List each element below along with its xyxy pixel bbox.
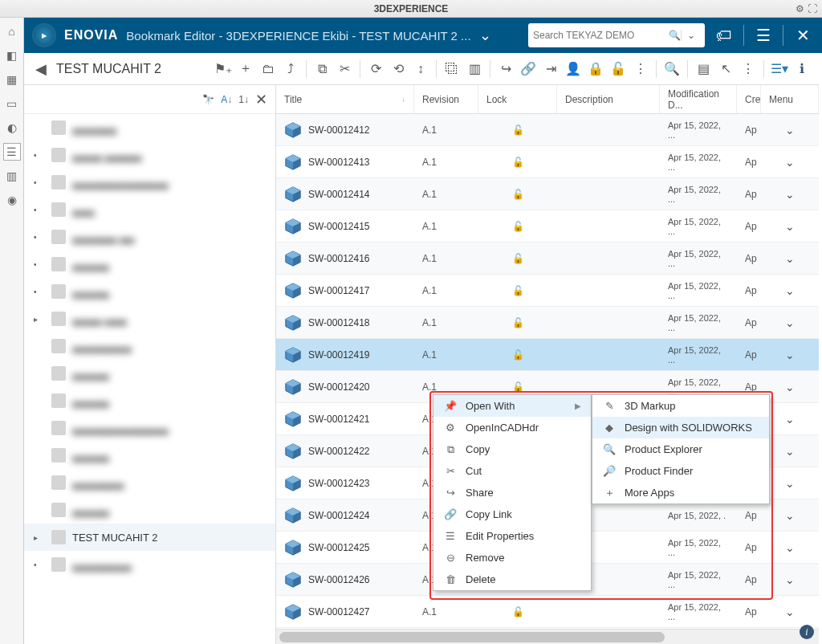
- search-icon[interactable]: 🔍: [669, 30, 681, 41]
- tree-item[interactable]: ▄▄▄▄▄: [24, 442, 275, 469]
- table-row[interactable]: SW-00012414 A.1 🔓 Apr 15, 2022, ... Ap ⌄: [276, 178, 819, 210]
- tree-item[interactable]: ▄▄▄▄▄▄▄: [24, 469, 275, 496]
- row-menu-chevron-icon[interactable]: ⌄: [785, 124, 795, 137]
- sort-icon[interactable]: ↕: [410, 59, 431, 79]
- row-menu-chevron-icon[interactable]: ⌄: [785, 220, 795, 233]
- settings-gear-icon[interactable]: ⚙: [796, 3, 804, 14]
- tree-item[interactable]: • ▄▄▄▄▄▄▄▄▄▄▄▄▄: [24, 169, 275, 196]
- search-dropdown-icon[interactable]: ⌄: [681, 30, 700, 41]
- row-menu-chevron-icon[interactable]: ⌄: [785, 348, 795, 361]
- binoculars-icon[interactable]: 🔭: [202, 94, 214, 105]
- back-icon[interactable]: ◀: [31, 59, 51, 79]
- row-menu-chevron-icon[interactable]: ⌄: [785, 541, 795, 554]
- share-icon[interactable]: ↪: [495, 59, 516, 79]
- duplicate-icon[interactable]: ⿻: [442, 59, 462, 79]
- lock-icon[interactable]: 🔒: [585, 59, 606, 79]
- table-row[interactable]: SW-00012417 A.1 🔓 Apr 15, 2022, ... Ap ⌄: [276, 275, 819, 307]
- cut-icon[interactable]: ✂: [334, 59, 355, 79]
- tree-item[interactable]: ▄▄▄▄▄: [24, 387, 275, 414]
- row-menu-chevron-icon[interactable]: ⌄: [785, 509, 795, 522]
- tree-item[interactable]: ▄▄▄▄▄▄▄▄▄▄▄▄▄: [24, 414, 275, 442]
- col-lock[interactable]: Lock: [478, 85, 557, 113]
- cube-icon[interactable]: ◧: [3, 47, 21, 64]
- submenu-item[interactable]: ◆Design with SOLIDWORKS: [592, 417, 769, 438]
- table-row[interactable]: SW-00012419 A.1 🔓 Apr 15, 2022, ... Ap ⌄: [276, 339, 819, 371]
- tree-item[interactable]: ▄▄▄▄▄▄: [24, 114, 275, 141]
- clear-icon[interactable]: ✕: [255, 91, 267, 108]
- copy-icon[interactable]: ⧉: [311, 59, 332, 79]
- tree-item[interactable]: ▄▄▄▄▄▄▄▄: [24, 332, 275, 360]
- home-icon[interactable]: ⌂: [3, 22, 21, 40]
- col-created[interactable]: Cre: [737, 85, 761, 113]
- table-row[interactable]: SW-00012418 A.1 🔓 Apr 15, 2022, ... Ap ⌄: [276, 307, 819, 339]
- tree-item[interactable]: • ▄▄▄▄▄▄ ▄▄: [24, 223, 275, 251]
- more2-icon[interactable]: ⋮: [738, 59, 759, 79]
- menu-item[interactable]: ⊖Remove: [433, 547, 591, 569]
- row-menu-chevron-icon[interactable]: ⌄: [785, 605, 795, 618]
- info-badge-icon[interactable]: i: [800, 625, 814, 639]
- col-revision[interactable]: Revision: [414, 85, 478, 113]
- row-menu-chevron-icon[interactable]: ⌄: [785, 477, 795, 490]
- row-menu-chevron-icon[interactable]: ⌄: [785, 156, 795, 169]
- tree-item[interactable]: ▸ TEST MUCAHIT 2: [24, 524, 275, 551]
- refresh-icon[interactable]: ⟳: [365, 59, 386, 79]
- col-description[interactable]: Description: [557, 85, 660, 113]
- unlock-icon[interactable]: 🔓: [608, 59, 629, 79]
- menu-item[interactable]: ☰Edit Properties: [433, 525, 591, 547]
- close-icon[interactable]: ✕: [791, 26, 814, 45]
- expand-icon[interactable]: ⛶: [808, 3, 817, 14]
- menu-item[interactable]: ⧉Copy: [433, 438, 591, 460]
- search-box[interactable]: 🔍 ⌄: [528, 23, 705, 47]
- row-menu-chevron-icon[interactable]: ⌄: [785, 413, 795, 426]
- context-submenu[interactable]: ✎3D Markup◆Design with SOLIDWORKS🔍Produc…: [592, 394, 770, 504]
- list-icon[interactable]: ☰: [3, 143, 21, 161]
- tree-item[interactable]: ▸ ▄▄▄▄ ▄▄▄: [24, 305, 275, 332]
- menu-item[interactable]: 🗑Delete: [433, 569, 591, 590]
- tree-item[interactable]: • ▄▄▄: [24, 196, 275, 223]
- row-menu-chevron-icon[interactable]: ⌄: [785, 252, 795, 265]
- search-tool-icon[interactable]: 🔍: [661, 59, 682, 79]
- tree-item[interactable]: • ▄▄▄▄▄▄▄▄: [24, 551, 275, 578]
- table-row[interactable]: SW-00012415 A.1 🔓 Apr 15, 2022, ... Ap ⌄: [276, 210, 819, 243]
- add-icon[interactable]: ＋: [235, 59, 256, 79]
- sort-asc-icon[interactable]: A↓: [221, 94, 232, 105]
- table-row[interactable]: SW-00012427 A.1 🔓 Apr 15, 2022, ... Ap ⌄: [276, 596, 819, 628]
- tree-item[interactable]: • ▄▄▄▄▄: [24, 278, 275, 305]
- info-icon[interactable]: ℹ: [791, 59, 812, 79]
- menu-item[interactable]: ↪Share: [433, 482, 591, 503]
- context-menu[interactable]: 📌Open With▶⚙OpenInCADHdr⧉Copy✂Cut↪Share🔗…: [433, 394, 592, 591]
- rev-icon[interactable]: ⟲: [388, 59, 409, 79]
- upload-icon[interactable]: ⤴: [280, 59, 301, 79]
- table-row[interactable]: SW-00012412 A.1 🔓 Apr 15, 2022, ... Ap ⌄: [276, 114, 819, 146]
- sort-desc-icon[interactable]: 1↓: [238, 94, 249, 105]
- table-row[interactable]: SW-00012413 A.1 🔓 Apr 15, 2022, ... Ap ⌄: [276, 146, 819, 178]
- submenu-item[interactable]: ＋More Apps: [592, 482, 769, 503]
- folder-icon[interactable]: ▦: [3, 71, 21, 88]
- filter-icon[interactable]: ▤: [693, 59, 714, 79]
- submenu-item[interactable]: 🔍Product Explorer: [592, 438, 769, 460]
- list-view-icon[interactable]: ☰▾: [769, 59, 790, 79]
- col-menu[interactable]: Menu: [761, 85, 819, 113]
- menu-item[interactable]: ⚙OpenInCADHdr: [433, 417, 591, 438]
- table-row[interactable]: SW-00012416 A.1 🔓 Apr 15, 2022, ... Ap ⌄: [276, 243, 819, 275]
- grid-icon[interactable]: ▥: [3, 167, 21, 185]
- link-icon[interactable]: 🔗: [518, 59, 539, 79]
- compare-icon[interactable]: ▥: [464, 59, 485, 79]
- more-icon[interactable]: ⋮: [630, 59, 651, 79]
- pointer-icon[interactable]: ↖: [715, 59, 736, 79]
- row-menu-chevron-icon[interactable]: ⌄: [785, 188, 795, 201]
- submenu-item[interactable]: ✎3D Markup: [592, 395, 769, 417]
- tree-item[interactable]: ▄▄▄▄▄: [24, 496, 275, 524]
- compass-small-icon[interactable]: ◉: [3, 191, 21, 209]
- palette-icon[interactable]: ◐: [3, 119, 21, 137]
- submenu-item[interactable]: 🔎Product Finder: [592, 460, 769, 482]
- user-icon[interactable]: 👤: [563, 59, 584, 79]
- tree-item[interactable]: • ▄▄▄▄▄: [24, 251, 275, 278]
- flag-add-icon[interactable]: ⚑₊: [213, 59, 234, 79]
- compass-icon[interactable]: ▶: [32, 23, 56, 47]
- row-menu-chevron-icon[interactable]: ⌄: [785, 445, 795, 458]
- window-icon[interactable]: ▭: [3, 95, 21, 112]
- tree-item[interactable]: • ▄▄▄▄ ▄▄▄▄▄: [24, 141, 275, 169]
- row-menu-chevron-icon[interactable]: ⌄: [785, 381, 795, 393]
- menu-item[interactable]: ✂Cut: [433, 460, 591, 482]
